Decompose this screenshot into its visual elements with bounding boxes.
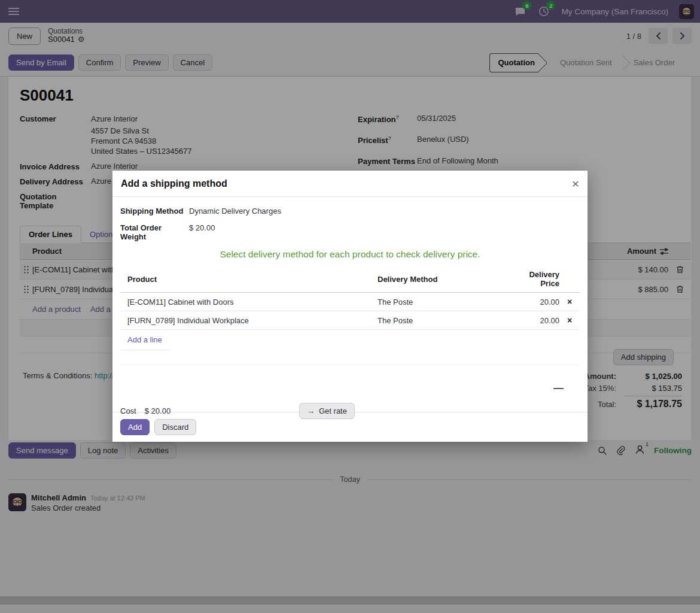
product-column-header[interactable]: Product xyxy=(120,266,370,293)
remove-line-icon[interactable]: × xyxy=(567,297,572,306)
delivery-line-product[interactable]: [E-COM11] Cabinet with Doors xyxy=(120,293,370,311)
collapse-dash-icon[interactable] xyxy=(553,388,564,389)
delivery-lines-table: Product Delivery Method Delivery Price [… xyxy=(120,266,580,330)
cost-value: $ 20.00 xyxy=(145,406,171,415)
delivery-line-price[interactable]: 20.00 xyxy=(509,293,562,311)
shipping-method-label: Shipping Method xyxy=(120,207,189,216)
delivery-info-message: Select delivery method for each product … xyxy=(120,249,580,260)
close-icon[interactable]: × xyxy=(572,177,579,190)
discard-button[interactable]: Discard xyxy=(154,419,196,435)
delivery-line-product[interactable]: [FURN_0789] Individual Workplace xyxy=(120,311,370,330)
total-order-weight-value[interactable]: $ 20.00 xyxy=(189,223,215,232)
delivery-line-price[interactable]: 20.00 xyxy=(509,311,562,330)
arrow-right-icon: → xyxy=(307,406,315,415)
delivery-line-row[interactable]: [FURN_0789] Individual Workplace The Pos… xyxy=(120,311,580,330)
dialog-header: Add a shipping method × xyxy=(112,171,588,197)
delivery-method-column-header[interactable]: Delivery Method xyxy=(370,266,509,293)
dialog-body: Shipping Method Dynamic Delivery Charges… xyxy=(112,197,588,412)
delivery-line-method[interactable]: The Poste xyxy=(370,311,509,330)
add-button[interactable]: Add xyxy=(120,419,150,435)
get-rate-button[interactable]: →Get rate xyxy=(299,403,355,419)
odoo-app: 6 2 My Company (San Francisco) New xyxy=(0,0,700,613)
divider xyxy=(120,350,580,365)
add-line-link[interactable]: Add a line xyxy=(120,330,169,350)
total-order-weight-label: Total Order Weight xyxy=(120,223,189,241)
cost-label: Cost xyxy=(120,406,136,415)
delivery-line-method[interactable]: The Poste xyxy=(370,293,509,311)
shipping-method-value[interactable]: Dynamic Delivery Charges xyxy=(189,207,281,216)
delivery-price-column-header[interactable]: Delivery Price xyxy=(509,266,562,293)
dialog-title: Add a shipping method xyxy=(121,178,227,189)
delivery-line-row[interactable]: [E-COM11] Cabinet with Doors The Poste 2… xyxy=(120,293,580,311)
remove-line-icon[interactable]: × xyxy=(567,315,572,325)
add-shipping-method-dialog: Add a shipping method × Shipping Method … xyxy=(112,171,588,442)
